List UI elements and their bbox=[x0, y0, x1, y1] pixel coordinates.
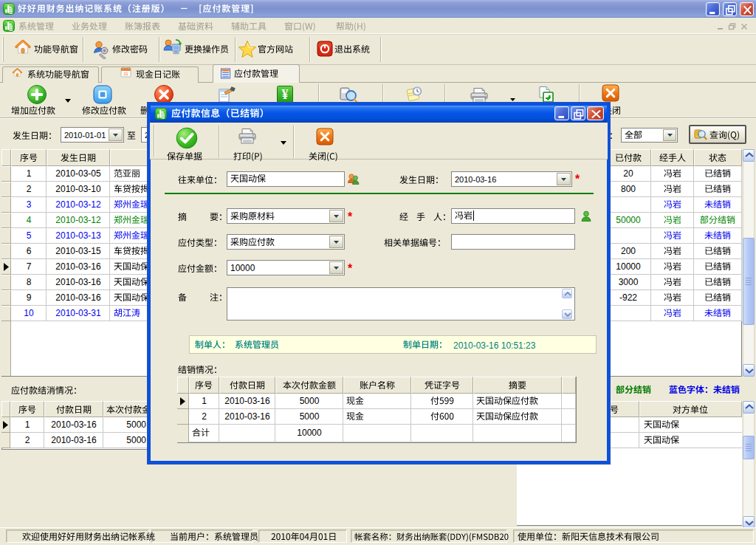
svg-text:21: 21 bbox=[123, 72, 128, 76]
svg-text:¥: ¥ bbox=[281, 87, 288, 102]
